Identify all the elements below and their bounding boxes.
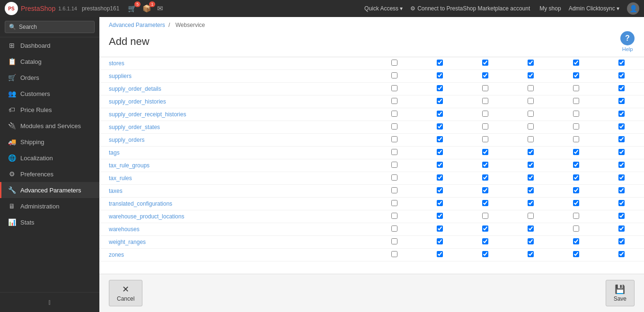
permission-checkbox[interactable]: [573, 162, 579, 168]
permission-checkbox[interactable]: [437, 187, 443, 193]
sidebar-item-customers[interactable]: 👥 Customers: [0, 86, 99, 102]
permission-checkbox[interactable]: [437, 251, 443, 257]
permission-checkbox[interactable]: [618, 111, 625, 117]
permission-checkbox[interactable]: [573, 225, 579, 232]
permission-checkbox[interactable]: [482, 111, 488, 117]
permission-checkbox[interactable]: [482, 98, 488, 104]
permission-checkbox[interactable]: [573, 60, 579, 66]
quick-access-btn[interactable]: Quick Access ▾: [364, 5, 403, 12]
permission-checkbox[interactable]: [618, 149, 625, 155]
sidebar-item-administration[interactable]: 🖥 Administration: [0, 198, 99, 214]
permission-checkbox[interactable]: [391, 174, 397, 181]
sidebar-item-preferences[interactable]: ⚙ Preferences: [0, 166, 99, 182]
permission-checkbox[interactable]: [391, 187, 397, 193]
permission-checkbox[interactable]: [573, 85, 579, 91]
permission-checkbox[interactable]: [573, 238, 579, 244]
permission-checkbox[interactable]: [528, 72, 534, 78]
permission-checkbox[interactable]: [573, 72, 579, 78]
sidebar-item-dashboard[interactable]: ⊞ Dashboard: [0, 37, 99, 53]
sidebar-item-price-rules[interactable]: 🏷 Price Rules: [0, 102, 99, 118]
permission-checkbox[interactable]: [391, 98, 397, 104]
permission-checkbox[interactable]: [391, 149, 397, 155]
permission-checkbox[interactable]: [618, 60, 625, 66]
permission-checkbox[interactable]: [482, 123, 488, 130]
permission-checkbox[interactable]: [437, 72, 443, 78]
permission-checkbox[interactable]: [482, 85, 488, 91]
admin-menu-btn[interactable]: Admin Clicktosync ▾: [569, 5, 619, 12]
permission-checkbox[interactable]: [528, 162, 534, 168]
permission-checkbox[interactable]: [573, 213, 579, 219]
permission-checkbox[interactable]: [391, 72, 397, 78]
sidebar-item-catalog[interactable]: 📋 Catalog: [0, 53, 99, 69]
permission-checkbox[interactable]: [618, 174, 625, 181]
permission-checkbox[interactable]: [528, 111, 534, 117]
permission-checkbox[interactable]: [528, 98, 534, 104]
permission-checkbox[interactable]: [573, 123, 579, 130]
permission-checkbox[interactable]: [482, 174, 488, 181]
permission-checkbox[interactable]: [482, 136, 488, 142]
permission-checkbox[interactable]: [437, 85, 443, 91]
permission-checkbox[interactable]: [482, 60, 488, 66]
search-input[interactable]: 🔍 Search: [5, 21, 95, 33]
permission-checkbox[interactable]: [573, 149, 579, 155]
sidebar-item-modules[interactable]: 🔌 Modules and Services: [0, 118, 99, 134]
permission-checkbox[interactable]: [528, 251, 534, 257]
sidebar-item-shipping[interactable]: 🚚 Shipping: [0, 134, 99, 150]
permission-checkbox[interactable]: [482, 238, 488, 244]
permission-checkbox[interactable]: [391, 85, 397, 91]
permission-checkbox[interactable]: [437, 60, 443, 66]
permission-checkbox[interactable]: [618, 85, 625, 91]
permission-checkbox[interactable]: [618, 187, 625, 193]
permission-checkbox[interactable]: [437, 213, 443, 219]
permission-checkbox[interactable]: [618, 136, 625, 142]
permission-checkbox[interactable]: [528, 85, 534, 91]
permission-checkbox[interactable]: [391, 162, 397, 168]
permission-checkbox[interactable]: [437, 162, 443, 168]
permission-checkbox[interactable]: [573, 136, 579, 142]
sidebar-collapse-btn[interactable]: ⫾: [0, 292, 99, 312]
permission-checkbox[interactable]: [573, 251, 579, 257]
permission-checkbox[interactable]: [437, 149, 443, 155]
avatar[interactable]: 👤: [627, 2, 639, 15]
permission-checkbox[interactable]: [482, 200, 488, 206]
permission-checkbox[interactable]: [437, 136, 443, 142]
permission-checkbox[interactable]: [528, 200, 534, 206]
permission-checkbox[interactable]: [437, 123, 443, 130]
sidebar-item-orders[interactable]: 🛒 Orders: [0, 69, 99, 86]
permission-checkbox[interactable]: [528, 136, 534, 142]
permission-checkbox[interactable]: [482, 187, 488, 193]
sidebar-item-advanced-parameters[interactable]: 🔧 Advanced Parameters: [0, 182, 99, 198]
permission-checkbox[interactable]: [482, 149, 488, 155]
permission-checkbox[interactable]: [618, 72, 625, 78]
permission-checkbox[interactable]: [391, 200, 397, 206]
cart-icon[interactable]: 🛒5: [128, 4, 137, 13]
permission-checkbox[interactable]: [391, 60, 397, 66]
permission-checkbox[interactable]: [528, 213, 534, 219]
permission-checkbox[interactable]: [618, 123, 625, 130]
permission-checkbox[interactable]: [618, 225, 625, 232]
permission-checkbox[interactable]: [391, 111, 397, 117]
permission-checkbox[interactable]: [573, 98, 579, 104]
save-button[interactable]: 💾 Save: [606, 280, 635, 306]
permission-checkbox[interactable]: [437, 98, 443, 104]
permission-checkbox[interactable]: [482, 225, 488, 232]
permission-checkbox[interactable]: [618, 238, 625, 244]
permission-checkbox[interactable]: [437, 111, 443, 117]
permission-checkbox[interactable]: [528, 123, 534, 130]
permission-checkbox[interactable]: [618, 200, 625, 206]
messages-icon[interactable]: ✉: [157, 4, 163, 13]
permission-checkbox[interactable]: [482, 251, 488, 257]
permission-checkbox[interactable]: [573, 187, 579, 193]
permission-checkbox[interactable]: [437, 200, 443, 206]
cancel-button[interactable]: ✕ Cancel: [109, 280, 142, 306]
permission-checkbox[interactable]: [528, 174, 534, 181]
permission-checkbox[interactable]: [573, 200, 579, 206]
permission-checkbox[interactable]: [437, 225, 443, 232]
permission-checkbox[interactable]: [528, 60, 534, 66]
permission-checkbox[interactable]: [482, 213, 488, 219]
permission-checkbox[interactable]: [618, 251, 625, 257]
permission-checkbox[interactable]: [528, 149, 534, 155]
breadcrumb-parent[interactable]: Advanced Parameters: [109, 22, 165, 28]
permission-checkbox[interactable]: [437, 238, 443, 244]
permission-checkbox[interactable]: [618, 213, 625, 219]
